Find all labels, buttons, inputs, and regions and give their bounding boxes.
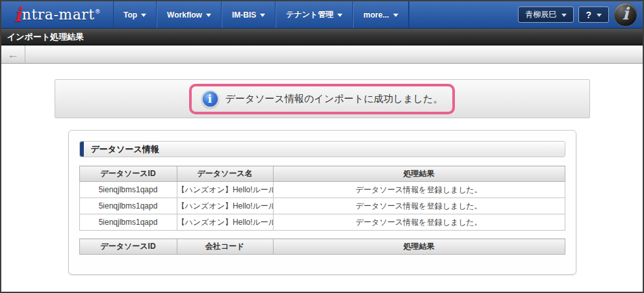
nav-item-top[interactable]: Top: [114, 1, 157, 28]
nav-item-label: Top: [123, 10, 137, 19]
chevron-down-icon: [206, 14, 211, 17]
datasource-result-table: データソースID データソース名 処理結果 5ienqjlbms1qapd 【ハ…: [79, 166, 565, 231]
table-header-row: データソースID データソース名 処理結果: [79, 166, 565, 182]
header-accent-bar: [80, 142, 84, 157]
nav-item-label: Workflow: [167, 10, 202, 19]
cell-datasource-name: 【ハンズオン】Hello!ルール: [177, 214, 273, 231]
user-menu-button[interactable]: 青柳辰巳: [518, 6, 574, 23]
logo-i-mark: i: [14, 3, 21, 26]
cell-datasource-id: 5ienqjlbms1qapd: [79, 198, 177, 214]
cell-result: データソース情報を登録しました。: [273, 214, 565, 231]
nav-menu: Top Workflow IM-BIS テナント管理 more...: [113, 1, 409, 28]
intra-mart-orb-icon[interactable]: i: [613, 3, 638, 27]
col-header-company-code: 会社コード: [177, 239, 273, 255]
nav-item-label: more...: [363, 10, 389, 19]
cell-result: データソース情報を登録しました。: [273, 198, 565, 214]
intra-mart-logo[interactable]: intra-mart®: [1, 1, 113, 28]
cell-result: データソース情報を登録しました。: [273, 182, 565, 198]
chevron-down-icon: [141, 14, 146, 17]
cell-datasource-name: 【ハンズオン】Hello!ルール: [177, 182, 273, 198]
registered-mark: ®: [95, 8, 101, 15]
table-row: 5ienqjlbms1qapd 【ハンズオン】Hello!ルール データソース情…: [79, 182, 565, 198]
back-arrow-icon: ←: [7, 49, 19, 60]
nav-item-more[interactable]: more...: [353, 1, 408, 28]
chevron-down-icon: [597, 14, 602, 17]
cell-datasource-id: 5ienqjlbms1qapd: [79, 214, 177, 231]
top-nav: intra-mart® Top Workflow IM-BIS テナント管理 m…: [1, 1, 643, 29]
col-header-datasource-id: データソースID: [79, 166, 177, 182]
page-title-bar: インポート処理結果: [1, 29, 643, 45]
page-title: インポート処理結果: [7, 31, 84, 43]
company-result-table: データソースID 会社コード 処理結果: [79, 238, 565, 255]
col-header-datasource-name: データソース名: [177, 166, 273, 182]
nav-item-label: IM-BIS: [232, 10, 256, 19]
info-icon: i: [201, 90, 219, 108]
col-header-result: 処理結果: [273, 239, 565, 255]
chevron-down-icon: [393, 14, 398, 17]
main-content: i データソース情報のインポートに成功しました。 データソース情報 データソース…: [1, 79, 643, 293]
nav-item-workflow[interactable]: Workflow: [157, 1, 222, 28]
help-menu-button[interactable]: ?: [578, 6, 609, 23]
back-button[interactable]: ←: [1, 45, 25, 63]
chevron-down-icon: [337, 14, 342, 17]
table-header-row: データソースID 会社コード 処理結果: [79, 239, 565, 255]
success-message-text: データソース情報のインポートに成功しました。: [225, 93, 443, 105]
user-name-label: 青柳辰巳: [525, 9, 556, 20]
chevron-down-icon: [561, 14, 567, 17]
logo-text: ntra-mart: [22, 6, 95, 23]
help-label: ?: [586, 10, 591, 20]
nav-item-im-bis[interactable]: IM-BIS: [222, 1, 276, 28]
app-window: intra-mart® Top Workflow IM-BIS テナント管理 m…: [0, 0, 644, 293]
table-row: 5ienqjlbms1qapd 【ハンズオン】Hello!ルール データソース情…: [79, 198, 565, 214]
message-bar: i データソース情報のインポートに成功しました。: [55, 79, 590, 118]
table-row: 5ienqjlbms1qapd 【ハンズオン】Hello!ルール データソース情…: [79, 214, 565, 231]
nav-item-label: テナント管理: [286, 9, 333, 20]
table-spacer: [79, 231, 565, 238]
success-message-highlight: i データソース情報のインポートに成功しました。: [189, 84, 456, 114]
panel-header: データソース情報: [79, 141, 565, 157]
toolbar: ←: [1, 45, 643, 64]
col-header-datasource-id: データソースID: [79, 239, 177, 255]
nav-right-group: 青柳辰巳 ? i: [518, 1, 643, 28]
cell-datasource-name: 【ハンズオン】Hello!ルール: [177, 198, 273, 214]
col-header-result: 処理結果: [273, 166, 565, 182]
nav-item-tenant-admin[interactable]: テナント管理: [276, 1, 353, 28]
cell-datasource-id: 5ienqjlbms1qapd: [79, 182, 177, 198]
chevron-down-icon: [260, 14, 265, 17]
panel-header-label: データソース情報: [91, 144, 159, 154]
datasource-panel: データソース情報 データソースID データソース名 処理結果 5ienqjlbm…: [68, 130, 576, 275]
orb-i-glyph: i: [623, 5, 629, 22]
